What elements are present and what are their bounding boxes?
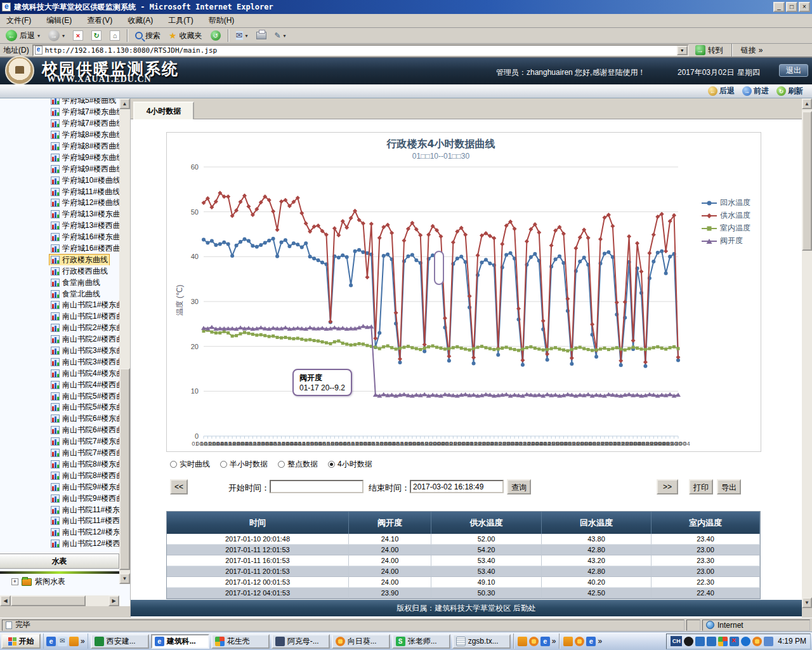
radio-option-0[interactable]: 实时曲线	[170, 459, 210, 470]
sidebar-item[interactable]: 行政楼东曲线	[0, 254, 119, 265]
data-point[interactable]	[427, 345, 430, 348]
data-point[interactable]	[345, 255, 349, 259]
data-point[interactable]	[546, 348, 549, 351]
data-point[interactable]	[455, 256, 459, 260]
data-point[interactable]	[222, 241, 226, 244]
data-point[interactable]	[410, 346, 414, 349]
data-point[interactable]	[677, 347, 680, 350]
data-point[interactable]	[558, 347, 561, 350]
data-point[interactable]	[619, 347, 622, 350]
data-point[interactable]	[644, 348, 647, 351]
tab-4hour-data[interactable]: 4小时数据	[133, 102, 194, 119]
sidebar-item[interactable]: 南山书院9#楼东曲线	[0, 481, 119, 493]
data-point[interactable]	[378, 347, 381, 350]
radio-button-icon[interactable]	[220, 461, 227, 468]
data-point[interactable]	[386, 253, 390, 256]
scroll-up-icon[interactable]: ▲	[802, 98, 812, 109]
nav-refresh-button[interactable]: ↻ 刷新	[776, 86, 803, 96]
page-vertical-scrollbar[interactable]: ▲ ▼	[802, 98, 812, 608]
data-point[interactable]	[357, 248, 361, 252]
home-button[interactable]: ⌂	[107, 30, 123, 41]
scroll-up-icon[interactable]: ▲	[119, 98, 130, 109]
data-point[interactable]	[632, 346, 635, 349]
data-point[interactable]	[386, 344, 390, 347]
toolbar-chevron-icon[interactable]: »	[552, 637, 556, 646]
data-point[interactable]	[398, 347, 402, 350]
data-point[interactable]	[578, 260, 582, 263]
sidebar-item[interactable]: 行政楼西曲线	[0, 265, 119, 277]
print-button[interactable]	[253, 31, 270, 40]
data-point[interactable]	[209, 325, 214, 329]
data-point[interactable]	[447, 347, 450, 350]
data-point[interactable]	[210, 331, 213, 334]
sidebar-item[interactable]: 南山书院8#楼西曲线	[0, 470, 119, 481]
expand-icon[interactable]: +	[11, 578, 18, 585]
query-button[interactable]: 查询	[507, 479, 531, 494]
sidebar-item[interactable]: 学府城16#楼东曲线	[0, 232, 119, 243]
edit-dropdown-icon[interactable]: ▾	[284, 33, 286, 39]
toolbar-chevron-icon[interactable]: »	[598, 637, 602, 646]
data-point[interactable]	[419, 348, 422, 351]
data-point[interactable]	[582, 256, 586, 260]
data-point[interactable]	[484, 258, 488, 262]
data-point[interactable]	[562, 348, 565, 352]
data-point[interactable]	[235, 244, 239, 248]
data-point[interactable]	[488, 262, 492, 265]
data-point[interactable]	[251, 333, 254, 336]
data-point[interactable]	[586, 235, 591, 240]
data-point[interactable]	[377, 235, 382, 240]
teamviewer-tray-icon[interactable]	[741, 637, 750, 646]
sunflower-icon[interactable]	[529, 637, 539, 646]
data-point[interactable]	[223, 330, 226, 333]
radio-option-2[interactable]: 整点数据	[278, 459, 318, 470]
task-button[interactable]: S张老师...	[392, 634, 450, 649]
data-point[interactable]	[394, 310, 398, 315]
data-point[interactable]	[275, 227, 280, 232]
sidebar-item[interactable]: 学府城5#楼曲线	[0, 98, 119, 107]
data-point[interactable]	[664, 347, 667, 350]
data-point[interactable]	[361, 250, 365, 254]
end-time-input[interactable]	[410, 480, 504, 493]
data-point[interactable]	[566, 349, 569, 352]
data-point[interactable]	[591, 349, 594, 352]
data-point[interactable]	[542, 348, 545, 352]
data-point[interactable]	[447, 359, 451, 362]
data-point[interactable]	[435, 346, 438, 349]
sidebar-item[interactable]: 南山书院4#楼西曲线	[0, 379, 119, 390]
data-point[interactable]	[513, 348, 516, 351]
line-chart[interactable]: 010203040506001-10 2001-11 0001-11 0401-…	[167, 133, 762, 453]
task-button[interactable]: zgsb.tx...	[452, 634, 511, 649]
data-point[interactable]	[321, 340, 324, 343]
data-point[interactable]	[619, 363, 623, 367]
sidebar-item[interactable]: 南山书院5#楼西曲线	[0, 390, 119, 402]
data-point[interactable]	[341, 253, 344, 257]
data-point[interactable]	[308, 338, 311, 342]
data-point[interactable]	[214, 243, 218, 247]
radio-button-icon[interactable]	[170, 461, 177, 468]
data-point[interactable]	[554, 258, 558, 262]
data-point[interactable]	[599, 347, 602, 350]
data-point[interactable]	[300, 338, 303, 341]
prev-page-button[interactable]: <<	[170, 479, 188, 494]
history-button[interactable]: ↺	[207, 30, 224, 41]
data-point[interactable]	[480, 345, 483, 348]
data-point[interactable]	[280, 336, 283, 340]
radio-button-icon[interactable]	[328, 461, 335, 468]
data-point[interactable]	[504, 253, 508, 257]
data-point[interactable]	[296, 336, 299, 340]
sidebar-item[interactable]: 学府城7#楼东曲线	[0, 107, 119, 118]
data-point[interactable]	[407, 345, 410, 348]
sidebar-item[interactable]: 南山书院4#楼东曲线	[0, 368, 119, 379]
sidebar-item[interactable]: 南山书院3#楼东曲线	[0, 345, 119, 357]
table-row[interactable]: 2017-01-11 12:01:5324.0054.2042.8023.00	[167, 545, 760, 555]
data-point[interactable]	[374, 346, 377, 349]
data-point[interactable]	[377, 331, 381, 335]
data-point[interactable]	[365, 344, 369, 347]
data-point[interactable]	[496, 353, 500, 357]
stop-button[interactable]: ×	[70, 30, 86, 41]
logout-button[interactable]: 退出	[779, 64, 808, 77]
maximize-button[interactable]: □	[786, 2, 797, 12]
data-point[interactable]	[574, 347, 577, 350]
data-point[interactable]	[288, 336, 291, 340]
data-point[interactable]	[594, 355, 598, 359]
